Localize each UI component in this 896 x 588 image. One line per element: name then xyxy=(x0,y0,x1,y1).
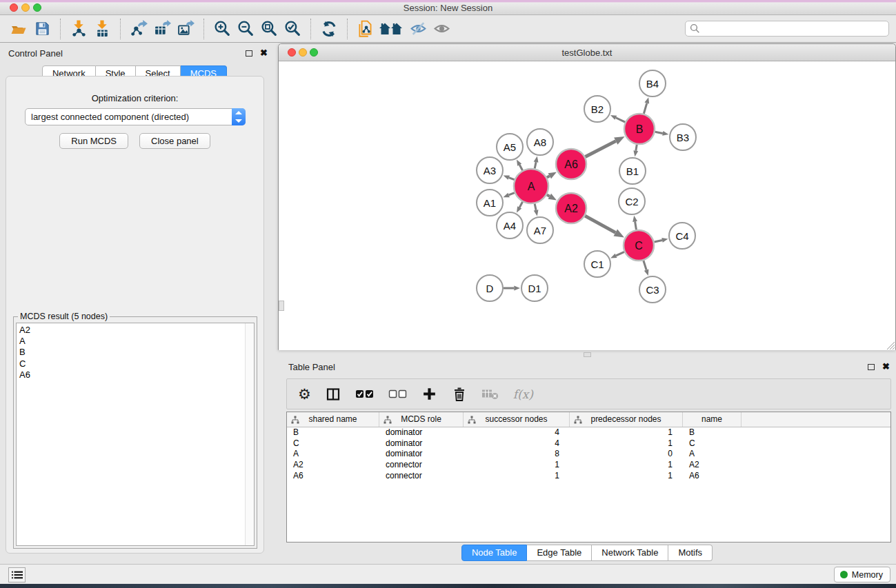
table-cell[interactable]: A2 xyxy=(287,460,379,471)
memory-button[interactable]: Memory xyxy=(834,567,890,582)
mcds-result-list[interactable]: A2ABCA6 xyxy=(16,323,255,546)
graph-edge-B-B2[interactable] xyxy=(616,118,625,122)
import-network-button[interactable] xyxy=(67,17,90,41)
zoom-fit-button[interactable] xyxy=(257,17,281,41)
save-session-button[interactable] xyxy=(30,17,54,41)
table-cell[interactable]: 4 xyxy=(464,427,570,438)
network-window-titlebar[interactable]: testGlobe.txt xyxy=(279,44,895,61)
zoom-in-button[interactable] xyxy=(210,17,234,41)
table-row[interactable]: Adominator80A xyxy=(287,449,890,460)
tab-network-table[interactable]: Network Table xyxy=(592,545,668,561)
graph-edge-A-A3[interactable] xyxy=(509,178,515,180)
table-cell[interactable]: dominator xyxy=(379,438,464,449)
table-cell[interactable]: B xyxy=(683,427,741,438)
graph-edge-C-C2[interactable] xyxy=(635,221,637,230)
task-history-button[interactable] xyxy=(8,567,26,582)
table-cell[interactable]: 8 xyxy=(464,449,570,460)
deselect-all-icon[interactable] xyxy=(388,389,407,398)
add-column-icon[interactable] xyxy=(421,386,437,402)
graph-edge-C-C3[interactable] xyxy=(644,261,646,270)
result-item[interactable]: B xyxy=(19,347,254,358)
import-table-button[interactable] xyxy=(90,17,114,41)
float-panel-icon[interactable] xyxy=(868,364,875,370)
graph-edge-A-A2[interactable] xyxy=(547,195,550,196)
show-graphics-details-button[interactable] xyxy=(430,17,453,41)
graph-edge-A-A1[interactable] xyxy=(509,193,515,195)
float-panel-icon[interactable] xyxy=(246,50,252,57)
graph-edge-B-B4[interactable] xyxy=(644,103,646,114)
table-cell[interactable]: 0 xyxy=(570,449,683,460)
table-cell[interactable]: connector xyxy=(379,471,464,482)
result-item[interactable]: A2 xyxy=(19,325,254,336)
graph-edge-A-A4[interactable] xyxy=(519,202,522,207)
optimization-criterion-dropdown[interactable]: largest connected component (directed) xyxy=(25,108,246,125)
network-graph[interactable]: AA1A2A3A4A5A6A7A8BB1B2B3B4CC1C2C3C4DD1 xyxy=(279,61,895,350)
table-cell[interactable]: A6 xyxy=(287,471,379,482)
result-item[interactable]: A6 xyxy=(19,369,254,381)
result-item[interactable]: C xyxy=(19,358,254,369)
table-cell[interactable]: 4 xyxy=(464,438,570,449)
vertical-splitter-handle[interactable] xyxy=(279,301,284,311)
table-cell[interactable]: 1 xyxy=(570,438,683,449)
zoom-selected-button[interactable] xyxy=(281,17,304,41)
column-header-MCDS-role[interactable]: MCDS role xyxy=(379,412,464,427)
open-session-button[interactable] xyxy=(7,17,30,41)
table-cell[interactable]: 1 xyxy=(570,427,683,438)
graph-edge-A-A6[interactable] xyxy=(547,176,550,177)
run-mcds-button[interactable]: Run MCDS xyxy=(59,133,128,149)
table-cell[interactable]: 1 xyxy=(464,471,570,482)
table-cell[interactable]: connector xyxy=(379,460,464,471)
hide-graphics-details-button[interactable] xyxy=(406,17,430,41)
table-cell[interactable]: C xyxy=(287,438,379,449)
table-cell[interactable]: C xyxy=(683,438,741,449)
table-cell[interactable]: A2 xyxy=(683,460,741,471)
graph-edge-C-C1[interactable] xyxy=(616,252,624,255)
column-header-name[interactable]: name xyxy=(683,412,741,427)
table-cell[interactable]: A xyxy=(683,449,741,460)
table-row[interactable]: Cdominator41C xyxy=(287,438,890,449)
close-panel-icon[interactable]: ✖ xyxy=(260,50,268,57)
table-row[interactable]: A2connector11A2 xyxy=(287,460,890,471)
tab-motifs[interactable]: Motifs xyxy=(668,545,713,561)
select-all-icon[interactable] xyxy=(355,389,374,398)
first-neighbors-button[interactable] xyxy=(377,17,406,41)
table-cell[interactable]: A xyxy=(287,449,379,460)
zoom-out-button[interactable] xyxy=(234,17,257,41)
result-list-scrollbar[interactable] xyxy=(245,323,254,545)
horizontal-splitter-handle[interactable] xyxy=(584,352,591,357)
tab-node-table[interactable]: Node Table xyxy=(461,545,528,561)
graph-edge-C-C4[interactable] xyxy=(654,240,662,242)
column-header-shared-name[interactable]: shared name xyxy=(287,412,379,427)
close-panel-button[interactable]: Close panel xyxy=(139,133,210,149)
delete-table-icon[interactable] xyxy=(481,387,499,401)
export-image-button[interactable] xyxy=(174,17,197,41)
column-header-predecessor-nodes[interactable]: predecessor nodes xyxy=(570,412,683,427)
graph-edge-A2-C[interactable] xyxy=(585,216,615,232)
graph-edge-A6-B[interactable] xyxy=(585,141,615,157)
column-header-successor-nodes[interactable]: successor nodes xyxy=(464,412,570,427)
resize-grip-icon[interactable] xyxy=(886,341,895,349)
export-network-button[interactable] xyxy=(127,17,150,41)
new-network-from-file-button[interactable] xyxy=(354,17,377,41)
apply-layout-button[interactable] xyxy=(317,17,341,41)
network-canvas[interactable]: AA1A2A3A4A5A6A7A8BB1B2B3B4CC1C2C3C4DD1 xyxy=(279,61,895,350)
table-cell[interactable]: 1 xyxy=(570,471,683,482)
graph-edge-A-A5[interactable] xyxy=(519,165,522,170)
tab-edge-table[interactable]: Edge Table xyxy=(527,545,592,561)
table-cell[interactable]: B xyxy=(287,427,379,438)
export-table-button[interactable] xyxy=(150,17,174,41)
graph-edge-A-A7[interactable] xyxy=(535,203,536,210)
close-panel-icon[interactable]: ✖ xyxy=(882,363,890,370)
table-cell[interactable]: 1 xyxy=(464,460,570,471)
table-cell[interactable]: 1 xyxy=(570,460,683,471)
graph-edge-B-B3[interactable] xyxy=(655,132,663,133)
graph-edge-B-B1[interactable] xyxy=(636,145,637,151)
column-split-view-icon[interactable] xyxy=(326,387,341,402)
table-cell[interactable]: dominator xyxy=(379,449,464,460)
table-row[interactable]: A6connector11A6 xyxy=(287,471,890,482)
result-item[interactable]: A xyxy=(19,336,254,347)
search-input[interactable] xyxy=(685,21,889,37)
column-settings-icon[interactable]: ⚙ xyxy=(298,387,311,401)
function-builder-icon[interactable]: f(x) xyxy=(513,387,533,401)
graph-edge-A-A8[interactable] xyxy=(535,162,536,168)
